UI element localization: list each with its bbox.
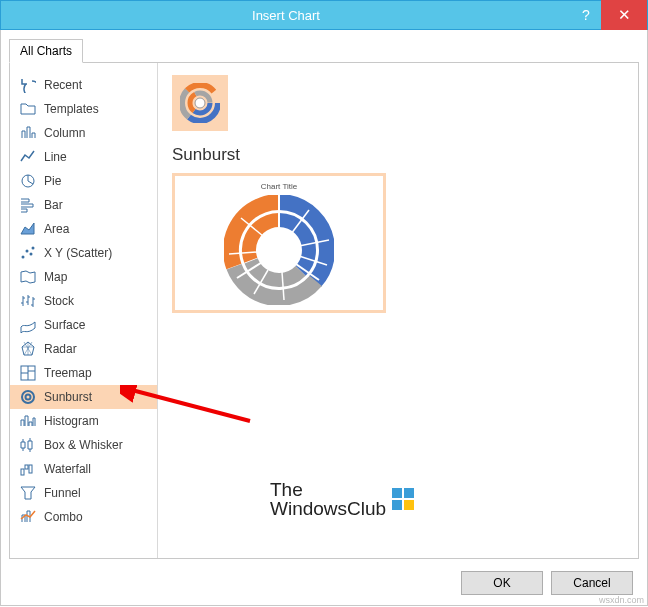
- sidebar-item-undo[interactable]: Recent: [10, 73, 157, 97]
- surface-icon: [20, 317, 36, 333]
- sidebar-item-label: Funnel: [44, 486, 81, 500]
- sidebar-item-column[interactable]: Column: [10, 121, 157, 145]
- map-icon: [20, 269, 36, 285]
- sidebar-item-label: Sunburst: [44, 390, 92, 404]
- chart-preview-title: Chart Title: [261, 182, 297, 191]
- sidebar-item-surface[interactable]: Surface: [10, 313, 157, 337]
- svg-rect-8: [21, 469, 24, 475]
- sidebar-item-label: Area: [44, 222, 69, 236]
- svg-rect-9: [25, 465, 28, 469]
- chart-preview[interactable]: Chart Title: [172, 173, 386, 313]
- sidebar-item-map[interactable]: Map: [10, 265, 157, 289]
- treemap-icon: [20, 365, 36, 381]
- bar-icon: [20, 197, 36, 213]
- sidebar-item-stock[interactable]: Stock: [10, 289, 157, 313]
- sidebar-item-label: Column: [44, 126, 85, 140]
- folder-icon: [20, 101, 36, 117]
- sidebar-item-label: Treemap: [44, 366, 92, 380]
- sidebar-item-label: Recent: [44, 78, 82, 92]
- ok-button[interactable]: OK: [461, 571, 543, 595]
- dialog-buttons: OK Cancel: [461, 571, 633, 595]
- sidebar-item-label: Map: [44, 270, 67, 284]
- svg-point-2: [26, 250, 29, 253]
- stock-icon: [20, 293, 36, 309]
- undo-icon: [20, 77, 36, 93]
- svg-point-17: [195, 98, 205, 108]
- sunburst-icon: [20, 389, 36, 405]
- svg-point-7: [26, 395, 31, 400]
- sidebar-item-treemap[interactable]: Treemap: [10, 361, 157, 385]
- sidebar-item-label: Pie: [44, 174, 61, 188]
- svg-rect-10: [29, 465, 32, 473]
- radar-icon: [20, 341, 36, 357]
- windowsclub-logo-icon: [392, 488, 414, 510]
- area-icon: [20, 221, 36, 237]
- svg-point-24: [263, 234, 295, 266]
- watermark: The WindowsClub: [270, 480, 414, 518]
- sidebar-item-label: Combo: [44, 510, 83, 524]
- dialog-body: All Charts RecentTemplatesColumnLinePieB…: [0, 30, 648, 606]
- sidebar-item-label: Templates: [44, 102, 99, 116]
- funnel-icon: [20, 485, 36, 501]
- svg-point-6: [22, 391, 34, 403]
- pie-icon: [20, 173, 36, 189]
- sidebar-item-folder[interactable]: Templates: [10, 97, 157, 121]
- scatter-icon: [20, 245, 36, 261]
- sidebar-item-bar[interactable]: Bar: [10, 193, 157, 217]
- sidebar-item-label: Surface: [44, 318, 85, 332]
- sunburst-icon: [180, 83, 220, 123]
- combo-icon: [20, 509, 36, 525]
- sidebar-item-label: Histogram: [44, 414, 99, 428]
- column-icon: [20, 125, 36, 141]
- sidebar-item-combo[interactable]: Combo: [10, 505, 157, 529]
- waterfall-icon: [20, 461, 36, 477]
- sidebar-item-line[interactable]: Line: [10, 145, 157, 169]
- sidebar-item-label: Radar: [44, 342, 77, 356]
- sidebar-item-label: X Y (Scatter): [44, 246, 112, 260]
- sidebar-item-funnel[interactable]: Funnel: [10, 481, 157, 505]
- sidebar-item-box[interactable]: Box & Whisker: [10, 433, 157, 457]
- svg-rect-35: [392, 488, 402, 498]
- sidebar-item-radar[interactable]: Radar: [10, 337, 157, 361]
- sidebar-item-pie[interactable]: Pie: [10, 169, 157, 193]
- chart-type-heading: Sunburst: [172, 145, 624, 165]
- sidebar-item-label: Stock: [44, 294, 74, 308]
- sidebar-item-histogram[interactable]: Histogram: [10, 409, 157, 433]
- svg-point-4: [32, 247, 35, 250]
- window-title: Insert Chart: [1, 8, 571, 23]
- histogram-icon: [20, 413, 36, 429]
- svg-point-3: [30, 253, 33, 256]
- tab-strip: All Charts: [1, 30, 647, 62]
- svg-rect-38: [404, 500, 414, 510]
- chart-category-sidebar: RecentTemplatesColumnLinePieBarAreaX Y (…: [10, 63, 158, 558]
- sidebar-item-label: Box & Whisker: [44, 438, 123, 452]
- cancel-button[interactable]: Cancel: [551, 571, 633, 595]
- watermark-text: The WindowsClub: [270, 480, 386, 518]
- source-footer: wsxdn.com: [599, 595, 644, 605]
- close-button[interactable]: ✕: [601, 0, 647, 30]
- sidebar-item-sunburst[interactable]: Sunburst: [10, 385, 157, 409]
- box-icon: [20, 437, 36, 453]
- help-button[interactable]: ?: [571, 7, 601, 23]
- line-icon: [20, 149, 36, 165]
- titlebar: Insert Chart ? ✕: [0, 0, 648, 30]
- chart-subtype-sunburst[interactable]: [172, 75, 228, 131]
- svg-rect-36: [404, 488, 414, 498]
- tab-all-charts[interactable]: All Charts: [9, 39, 83, 63]
- sidebar-item-label: Line: [44, 150, 67, 164]
- sidebar-item-area[interactable]: Area: [10, 217, 157, 241]
- svg-point-1: [22, 256, 25, 259]
- sidebar-item-waterfall[interactable]: Waterfall: [10, 457, 157, 481]
- svg-rect-37: [392, 500, 402, 510]
- sidebar-item-label: Bar: [44, 198, 63, 212]
- sunburst-preview-icon: [224, 195, 334, 305]
- sidebar-item-scatter[interactable]: X Y (Scatter): [10, 241, 157, 265]
- sidebar-item-label: Waterfall: [44, 462, 91, 476]
